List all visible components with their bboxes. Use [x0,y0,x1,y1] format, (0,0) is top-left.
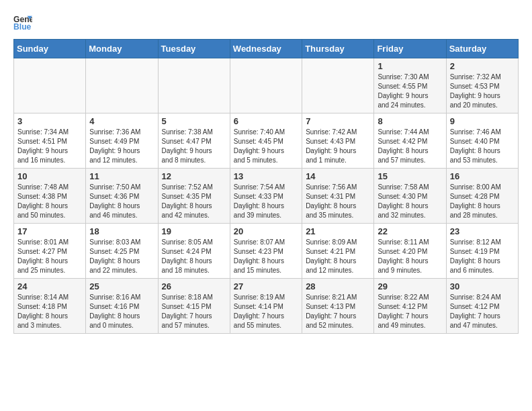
day-info: Sunrise: 8:12 AM Sunset: 4:19 PM Dayligh… [450,238,515,275]
day-cell [230,58,302,113]
day-cell: 17Sunrise: 8:01 AM Sunset: 4:27 PM Dayli… [14,224,86,279]
header-tuesday: Tuesday [158,40,230,58]
week-row-1: 1Sunrise: 7:30 AM Sunset: 4:55 PM Daylig… [14,58,519,113]
day-info: Sunrise: 8:03 AM Sunset: 4:25 PM Dayligh… [89,238,154,275]
day-number: 21 [306,226,370,236]
day-info: Sunrise: 8:11 AM Sunset: 4:20 PM Dayligh… [378,238,442,275]
day-number: 6 [234,116,298,126]
day-cell: 5Sunrise: 7:38 AM Sunset: 4:47 PM Daylig… [158,113,230,169]
day-info: Sunrise: 8:24 AM Sunset: 4:12 PM Dayligh… [450,293,515,330]
day-info: Sunrise: 7:38 AM Sunset: 4:47 PM Dayligh… [162,128,226,165]
day-info: Sunrise: 7:46 AM Sunset: 4:40 PM Dayligh… [450,128,515,165]
day-number: 18 [89,226,154,236]
day-number: 27 [234,281,298,291]
day-cell: 28Sunrise: 8:21 AM Sunset: 4:13 PM Dayli… [302,279,374,334]
calendar-table: SundayMondayTuesdayWednesdayThursdayFrid… [13,39,519,334]
day-number: 15 [378,171,442,181]
day-cell [86,58,158,113]
day-cell: 13Sunrise: 7:54 AM Sunset: 4:33 PM Dayli… [230,169,302,224]
day-number: 19 [162,226,226,236]
day-cell [158,58,230,113]
day-number: 8 [378,116,442,126]
day-cell: 22Sunrise: 8:11 AM Sunset: 4:20 PM Dayli… [374,224,446,279]
header-sunday: Sunday [14,40,86,58]
day-number: 28 [306,281,370,291]
day-info: Sunrise: 7:40 AM Sunset: 4:45 PM Dayligh… [234,128,298,165]
day-cell: 6Sunrise: 7:40 AM Sunset: 4:45 PM Daylig… [230,113,302,169]
day-info: Sunrise: 8:18 AM Sunset: 4:15 PM Dayligh… [162,293,226,330]
day-cell: 26Sunrise: 8:18 AM Sunset: 4:15 PM Dayli… [158,279,230,334]
day-number: 16 [450,171,515,181]
day-info: Sunrise: 8:22 AM Sunset: 4:12 PM Dayligh… [378,293,442,330]
day-cell: 15Sunrise: 7:58 AM Sunset: 4:30 PM Dayli… [374,169,446,224]
day-cell: 21Sunrise: 8:09 AM Sunset: 4:21 PM Dayli… [302,224,374,279]
day-number: 22 [378,226,442,236]
day-cell: 16Sunrise: 8:00 AM Sunset: 4:28 PM Dayli… [446,169,518,224]
week-row-2: 3Sunrise: 7:34 AM Sunset: 4:51 PM Daylig… [14,113,519,169]
svg-text:Blue: Blue [13,22,32,32]
day-number: 12 [162,171,226,181]
day-cell: 12Sunrise: 7:52 AM Sunset: 4:35 PM Dayli… [158,169,230,224]
day-info: Sunrise: 7:32 AM Sunset: 4:53 PM Dayligh… [450,73,515,110]
header-row: SundayMondayTuesdayWednesdayThursdayFrid… [14,40,519,58]
day-number: 1 [378,61,442,71]
day-cell: 2Sunrise: 7:32 AM Sunset: 4:53 PM Daylig… [446,58,518,113]
day-info: Sunrise: 7:56 AM Sunset: 4:31 PM Dayligh… [306,183,370,220]
logo: General Blue [13,13,35,32]
day-info: Sunrise: 8:00 AM Sunset: 4:28 PM Dayligh… [450,183,515,220]
day-number: 25 [89,281,154,291]
day-info: Sunrise: 7:58 AM Sunset: 4:30 PM Dayligh… [378,183,442,220]
day-cell: 3Sunrise: 7:34 AM Sunset: 4:51 PM Daylig… [14,113,86,169]
day-info: Sunrise: 7:52 AM Sunset: 4:35 PM Dayligh… [162,183,226,220]
day-info: Sunrise: 8:16 AM Sunset: 4:16 PM Dayligh… [89,293,154,330]
day-info: Sunrise: 7:50 AM Sunset: 4:36 PM Dayligh… [89,183,154,220]
day-number: 30 [450,281,515,291]
day-info: Sunrise: 7:48 AM Sunset: 4:38 PM Dayligh… [17,183,82,220]
day-number: 17 [17,226,82,236]
day-number: 11 [89,171,154,181]
day-cell: 11Sunrise: 7:50 AM Sunset: 4:36 PM Dayli… [86,169,158,224]
day-info: Sunrise: 8:07 AM Sunset: 4:23 PM Dayligh… [234,238,298,275]
day-cell: 14Sunrise: 7:56 AM Sunset: 4:31 PM Dayli… [302,169,374,224]
day-info: Sunrise: 8:01 AM Sunset: 4:27 PM Dayligh… [17,238,82,275]
day-info: Sunrise: 7:42 AM Sunset: 4:43 PM Dayligh… [306,128,370,165]
header-wednesday: Wednesday [230,40,302,58]
day-cell: 29Sunrise: 8:22 AM Sunset: 4:12 PM Dayli… [374,279,446,334]
day-cell: 1Sunrise: 7:30 AM Sunset: 4:55 PM Daylig… [374,58,446,113]
day-number: 3 [17,116,82,126]
day-cell [302,58,374,113]
header-monday: Monday [86,40,158,58]
day-cell: 24Sunrise: 8:14 AM Sunset: 4:18 PM Dayli… [14,279,86,334]
day-number: 26 [162,281,226,291]
day-cell: 4Sunrise: 7:36 AM Sunset: 4:49 PM Daylig… [86,113,158,169]
day-info: Sunrise: 7:44 AM Sunset: 4:42 PM Dayligh… [378,128,442,165]
day-info: Sunrise: 8:09 AM Sunset: 4:21 PM Dayligh… [306,238,370,275]
day-number: 10 [17,171,82,181]
day-info: Sunrise: 7:54 AM Sunset: 4:33 PM Dayligh… [234,183,298,220]
day-info: Sunrise: 7:34 AM Sunset: 4:51 PM Dayligh… [17,128,82,165]
day-info: Sunrise: 7:36 AM Sunset: 4:49 PM Dayligh… [89,128,154,165]
day-cell: 18Sunrise: 8:03 AM Sunset: 4:25 PM Dayli… [86,224,158,279]
day-cell: 7Sunrise: 7:42 AM Sunset: 4:43 PM Daylig… [302,113,374,169]
day-info: Sunrise: 8:05 AM Sunset: 4:24 PM Dayligh… [162,238,226,275]
header-friday: Friday [374,40,446,58]
day-number: 9 [450,116,515,126]
day-info: Sunrise: 8:19 AM Sunset: 4:14 PM Dayligh… [234,293,298,330]
day-cell: 8Sunrise: 7:44 AM Sunset: 4:42 PM Daylig… [374,113,446,169]
header-saturday: Saturday [446,40,518,58]
day-info: Sunrise: 8:14 AM Sunset: 4:18 PM Dayligh… [17,293,82,330]
day-info: Sunrise: 7:30 AM Sunset: 4:55 PM Dayligh… [378,73,442,110]
day-number: 20 [234,226,298,236]
day-number: 5 [162,116,226,126]
day-cell: 20Sunrise: 8:07 AM Sunset: 4:23 PM Dayli… [230,224,302,279]
day-cell: 10Sunrise: 7:48 AM Sunset: 4:38 PM Dayli… [14,169,86,224]
day-number: 29 [378,281,442,291]
week-row-3: 10Sunrise: 7:48 AM Sunset: 4:38 PM Dayli… [14,169,519,224]
day-number: 7 [306,116,370,126]
day-cell: 30Sunrise: 8:24 AM Sunset: 4:12 PM Dayli… [446,279,518,334]
day-number: 13 [234,171,298,181]
header-thursday: Thursday [302,40,374,58]
day-cell [14,58,86,113]
logo-icon: General Blue [13,13,32,32]
week-row-4: 17Sunrise: 8:01 AM Sunset: 4:27 PM Dayli… [14,224,519,279]
